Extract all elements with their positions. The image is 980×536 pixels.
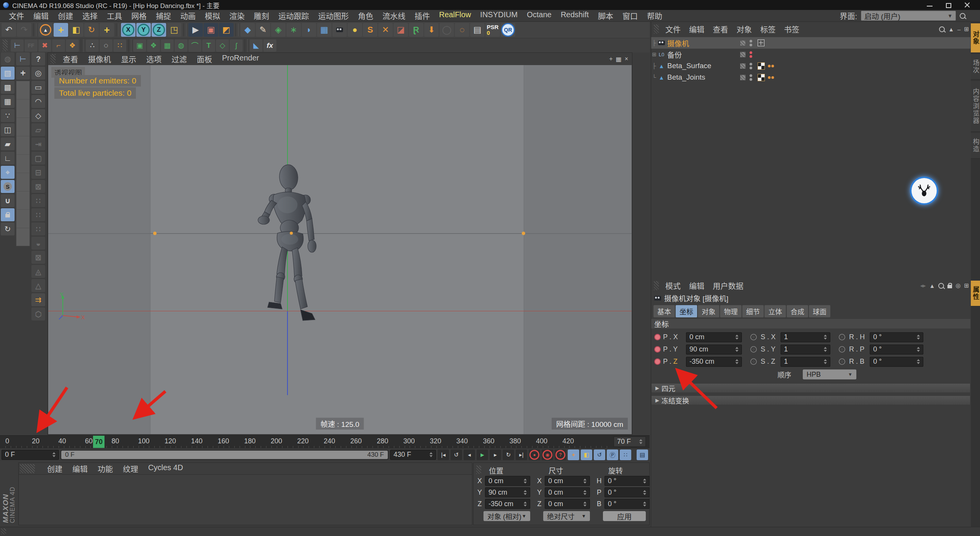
- key-point-level-button[interactable]: ∷: [620, 449, 631, 460]
- record-keyframe-button[interactable]: ●: [529, 449, 540, 460]
- am-target-icon[interactable]: ◎: [956, 282, 960, 289]
- pz-field[interactable]: -350 cm: [686, 357, 742, 367]
- material-menu-item-0[interactable]: 创建: [42, 462, 67, 475]
- range-end-field[interactable]: 430 F: [390, 450, 436, 460]
- spline-dots-button[interactable]: ∴: [86, 39, 99, 52]
- key-parameter-button[interactable]: Ⓟ: [607, 449, 618, 460]
- range-start-field[interactable]: 0 F: [2, 450, 59, 460]
- search-icon[interactable]: [960, 13, 965, 19]
- viewport-layout-icon[interactable]: ▦: [616, 56, 622, 63]
- close-button[interactable]: [964, 3, 970, 8]
- order-dropdown[interactable]: HPB▼: [803, 369, 856, 379]
- main-menu-item-14[interactable]: 流水线: [378, 10, 410, 22]
- minimize-button[interactable]: [927, 3, 933, 8]
- scale-tool[interactable]: ◧: [69, 23, 83, 37]
- texture-tag-icon[interactable]: [758, 62, 765, 70]
- redo-button[interactable]: ↷: [17, 23, 31, 37]
- viewport-menu-item-1[interactable]: 摄像机: [83, 53, 116, 65]
- attribute-tab-7[interactable]: 球面: [809, 305, 830, 317]
- main-menu-item-3[interactable]: 选择: [78, 10, 102, 22]
- untriangulate-icon[interactable]: △: [31, 279, 45, 292]
- toolbar-grip[interactable]: [3, 39, 8, 51]
- viewport-pin-icon[interactable]: +: [609, 56, 612, 63]
- attribute-tab-3[interactable]: 物理: [720, 305, 742, 317]
- visibility-eye-icon[interactable]: ◒: [31, 237, 45, 250]
- visibility-dots[interactable]: [750, 74, 752, 81]
- joint-align-button[interactable]: ❖: [66, 39, 79, 52]
- layer-toggle[interactable]: [740, 40, 746, 46]
- timeline-range-bar[interactable]: 0 F 430 F: [60, 450, 389, 460]
- main-menu-item-21[interactable]: 窗口: [618, 10, 642, 22]
- texture-tag-icon[interactable]: [758, 74, 765, 81]
- x-axis-lock-button[interactable]: X: [121, 23, 136, 37]
- mograph-button[interactable]: ∗: [286, 23, 301, 37]
- tab-structure[interactable]: 构造: [971, 133, 980, 159]
- character-fx-button[interactable]: fx: [263, 39, 276, 52]
- undo-button[interactable]: ↶: [2, 23, 16, 37]
- ff-button[interactable]: FF: [24, 39, 38, 52]
- pos-x-field[interactable]: 0 cm: [485, 476, 530, 486]
- tab-takes[interactable]: 场次: [971, 54, 980, 80]
- attribute-manager-grip[interactable]: [654, 281, 659, 290]
- pos-z-field[interactable]: -350 cm: [485, 499, 530, 509]
- y-axis-lock-button[interactable]: Y: [136, 23, 151, 37]
- play-mode-button[interactable]: ↻: [503, 449, 514, 460]
- points-down-icon[interactable]: ∷: [31, 222, 45, 235]
- main-menu-item-2[interactable]: 创建: [54, 10, 77, 22]
- extrude-tool-icon[interactable]: ▱: [31, 123, 45, 136]
- viewport-solo-button[interactable]: ⌖: [1, 166, 15, 179]
- sx-field[interactable]: 1: [781, 332, 830, 342]
- main-menu-item-4[interactable]: 工具: [103, 10, 126, 22]
- object-row-beta-joints[interactable]: └ ▲ Beta_Joints: [651, 72, 970, 83]
- next-frame-button[interactable]: ▸: [490, 449, 501, 460]
- timeline-range-track[interactable]: 0 F 430 F: [61, 451, 388, 459]
- viewport-menu-item-5[interactable]: 面板: [192, 53, 217, 65]
- om-filter-icon[interactable]: ‒: [957, 26, 960, 33]
- material-grip[interactable]: [20, 464, 35, 473]
- main-menu-item-11[interactable]: 运动跟踪: [274, 10, 313, 22]
- object-row-beta-surface[interactable]: ├ ▲ Beta_Surface: [651, 60, 970, 72]
- notes-button[interactable]: ▤: [470, 23, 485, 37]
- attribute-tab-0[interactable]: 基本: [653, 305, 675, 317]
- keyframe-dot-rb[interactable]: [839, 358, 845, 365]
- cube-string-button[interactable]: ◇: [216, 39, 229, 52]
- keyframe-dot-rp[interactable]: [839, 346, 845, 353]
- current-frame-field[interactable]: 70 F: [614, 436, 646, 447]
- om-menu-item-1[interactable]: 编辑: [685, 23, 709, 36]
- keyframe-dot-rh[interactable]: [839, 334, 845, 340]
- apply-button[interactable]: 应用: [603, 511, 646, 521]
- main-menu-item-0[interactable]: 文件: [5, 10, 28, 22]
- tab-objects[interactable]: 对象: [971, 23, 980, 53]
- main-menu-item-12[interactable]: 运动图形: [314, 10, 353, 22]
- phong-tag-icon[interactable]: [768, 65, 774, 67]
- visibility-dots[interactable]: [750, 51, 752, 58]
- om-menu-item-5[interactable]: 书签: [780, 23, 804, 36]
- knife-tool-icon[interactable]: ⊠: [31, 180, 45, 193]
- main-menu-item-18[interactable]: Octane: [523, 10, 555, 22]
- am-menu-item-0[interactable]: 模式: [661, 279, 685, 292]
- main-menu-item-9[interactable]: 渲染: [225, 10, 249, 22]
- main-menu-item-17[interactable]: INSYDIUM: [476, 10, 522, 22]
- qr-button[interactable]: QR: [501, 23, 515, 37]
- layer-toggle[interactable]: [740, 52, 746, 57]
- render-settings-button[interactable]: ◩: [219, 23, 234, 37]
- viewport-menu-item-6[interactable]: ProRender: [217, 53, 264, 65]
- magnet-button[interactable]: ∪: [1, 194, 15, 207]
- cage-deformer-button[interactable]: ▣: [133, 39, 146, 52]
- sphere-cage-button[interactable]: ◍: [175, 39, 188, 52]
- z-axis-lock-button[interactable]: Z: [152, 23, 166, 37]
- keyframe-dot-sx[interactable]: [750, 334, 757, 340]
- play-button[interactable]: ▸: [477, 449, 488, 460]
- am-menu-item-2[interactable]: 用户数据: [709, 279, 748, 292]
- am-history-icons[interactable]: ◂▸: [920, 282, 926, 289]
- viewport-close-icon[interactable]: ×: [625, 56, 628, 63]
- timeline-playhead[interactable]: 70: [93, 436, 105, 448]
- hierarchy-button[interactable]: ⊢: [11, 39, 24, 52]
- rh-field[interactable]: 0 °: [870, 332, 923, 342]
- dashed-selection-button[interactable]: ◌: [455, 23, 469, 37]
- rot-b-field[interactable]: 0 °: [604, 499, 650, 509]
- phong-tag-icon[interactable]: [768, 76, 774, 79]
- object-axis-button[interactable]: ∟: [1, 152, 15, 165]
- transfer-dots-icon[interactable]: ⇉: [31, 293, 45, 306]
- om-path-up-icon[interactable]: ▲: [948, 26, 954, 33]
